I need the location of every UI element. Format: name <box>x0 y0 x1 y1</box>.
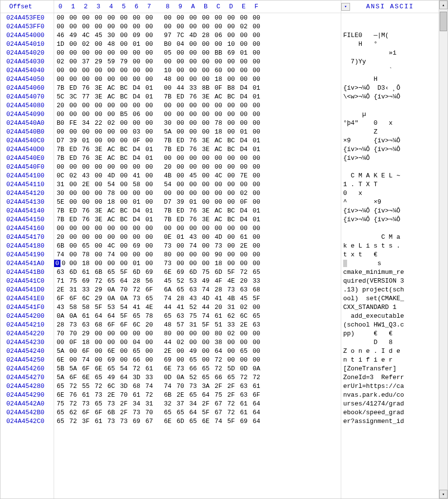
hex-byte[interactable]: 5A <box>54 347 67 355</box>
hex-byte[interactable]: 00 <box>130 190 143 197</box>
hex-byte[interactable]: 29 <box>92 58 105 65</box>
hex-byte[interactable]: 01 <box>143 146 156 153</box>
hex-byte[interactable]: AC <box>105 146 117 153</box>
ascii-row[interactable]: er?assignment_id <box>341 418 439 425</box>
hex-byte[interactable]: 00 <box>199 111 212 118</box>
offset-value[interactable]: 024A454210 <box>0 321 54 328</box>
offset-value[interactable]: 024A454190 <box>0 251 54 258</box>
hex-byte[interactable]: 00 <box>225 356 237 364</box>
hex-byte[interactable]: 00 <box>54 339 67 346</box>
hex-byte[interactable]: 00 <box>199 58 212 65</box>
hex-byte[interactable]: 33 <box>79 286 92 293</box>
hex-byte[interactable]: 00 <box>130 119 143 127</box>
hex-byte[interactable]: 0 <box>54 260 60 267</box>
hex-byte[interactable]: 0E <box>161 233 174 241</box>
hex-byte[interactable]: 45 <box>92 32 105 39</box>
hex-byte[interactable]: 00 <box>174 111 187 118</box>
hex-byte[interactable]: 54 <box>117 365 130 372</box>
hex-byte[interactable]: 00 <box>187 119 199 127</box>
hex-byte[interactable]: 00 <box>92 339 105 346</box>
hex-byte[interactable]: 00 <box>79 233 92 241</box>
hex-byte[interactable]: 76 <box>187 207 199 214</box>
hex-byte[interactable]: 73 <box>212 242 225 250</box>
hex-byte[interactable]: 8B <box>199 84 212 92</box>
hex-byte[interactable]: 00 <box>161 58 174 65</box>
hex-byte[interactable]: 00 <box>105 225 117 232</box>
hex-byte[interactable]: 01 <box>250 146 263 153</box>
hex-row[interactable]: 636D616B655F6D696E696D756D5F7265 <box>54 269 341 276</box>
hex-byte[interactable]: 69 <box>237 418 250 425</box>
hex-byte[interactable]: 00 <box>187 67 199 74</box>
ascii-row[interactable]: nvas.park.edu/co <box>341 391 439 399</box>
hex-byte[interactable]: 00 <box>250 198 263 206</box>
hex-byte[interactable]: 2E <box>54 286 67 293</box>
hex-byte[interactable]: 5F <box>199 321 212 328</box>
hex-byte[interactable]: 00 <box>54 23 67 30</box>
hex-byte[interactable]: 00 <box>161 84 174 92</box>
hex-byte[interactable]: 00 <box>92 242 105 250</box>
hex-row[interactable]: 287363686F6F6C204857315F51332E63 <box>54 321 341 328</box>
hex-byte[interactable]: 00 <box>130 251 143 258</box>
hex-byte[interactable]: 6E <box>105 347 117 355</box>
hex-byte[interactable]: 00 <box>212 102 225 109</box>
hex-byte[interactable]: 00 <box>67 242 79 250</box>
hex-byte[interactable]: D7 <box>161 198 174 206</box>
hex-byte[interactable]: 00 <box>199 49 212 57</box>
hex-byte[interactable]: 00 <box>117 330 130 337</box>
offset-value[interactable]: 024A454100 <box>0 172 54 179</box>
hex-row[interactable]: 5C3C773EACBCD4017BED763EACBCD401 <box>54 93 341 100</box>
hex-byte[interactable]: 72 <box>130 286 143 293</box>
hex-byte[interactable]: 00 <box>79 163 92 171</box>
hex-byte[interactable]: 52 <box>187 304 199 311</box>
hex-byte[interactable]: 00 <box>250 154 263 162</box>
hex-byte[interactable]: 00 <box>187 23 199 30</box>
hex-byte[interactable]: 29 <box>92 286 105 293</box>
hex-byte[interactable]: 7C <box>174 32 187 39</box>
hex-row[interactable]: 65626F6F6B2F73706565645F67726164 <box>54 409 341 416</box>
hex-row[interactable]: 7BED763EACBCD4017BED763EACBCD401 <box>54 216 341 223</box>
hex-byte[interactable]: 00 <box>187 330 199 337</box>
hex-byte[interactable]: 6F <box>79 347 92 355</box>
hex-byte[interactable]: 00 <box>225 163 237 171</box>
hex-byte[interactable]: 77 <box>79 93 92 100</box>
hex-byte[interactable]: 0A <box>54 312 67 320</box>
hex-byte[interactable]: D4 <box>237 137 250 144</box>
hex-byte[interactable]: 65 <box>199 374 212 381</box>
hex-byte[interactable]: 20 <box>237 277 250 285</box>
ascii-row[interactable]: C M a <box>341 233 439 241</box>
hex-byte[interactable]: 65 <box>54 418 67 425</box>
hex-byte[interactable]: 00 <box>161 111 174 118</box>
hex-byte[interactable]: AC <box>212 146 225 153</box>
ascii-row[interactable]: {ív>¬¼Ô {ív>¬¼Ô <box>341 146 439 153</box>
hex-byte[interactable]: 00 <box>79 102 92 109</box>
offset-value[interactable]: 024A454110 <box>0 181 54 188</box>
hex-byte[interactable]: 7B <box>161 93 174 100</box>
hex-byte[interactable]: 2E <box>237 321 250 328</box>
hex-byte[interactable]: 6D <box>187 269 199 276</box>
hex-byte[interactable]: 2F <box>225 383 237 390</box>
hex-byte[interactable]: 64 <box>117 277 130 285</box>
hex-byte[interactable]: 3C <box>67 93 79 100</box>
hex-byte[interactable]: 00 <box>187 225 199 232</box>
hex-byte[interactable]: 76 <box>79 146 92 153</box>
hex-byte[interactable]: 00 <box>105 23 117 30</box>
hex-byte[interactable]: 39 <box>67 137 79 144</box>
hex-byte[interactable]: 74 <box>79 356 92 364</box>
hex-byte[interactable]: 00 <box>92 260 105 267</box>
hex-byte[interactable]: 00 <box>237 163 250 171</box>
hex-byte[interactable]: 65 <box>54 409 67 416</box>
ascii-row[interactable]: 0 x <box>341 190 439 197</box>
hex-byte[interactable]: 00 <box>250 40 263 48</box>
ascii-row[interactable]: ebook/speed_grad <box>341 409 439 416</box>
hex-byte[interactable]: 66 <box>187 365 199 372</box>
hex-byte[interactable]: 3E <box>92 207 105 214</box>
hex-byte[interactable]: 00 <box>225 58 237 65</box>
hex-byte[interactable]: 4D <box>105 172 117 179</box>
hex-byte[interactable]: 65 <box>161 409 174 416</box>
hex-byte[interactable]: 00 <box>237 225 250 232</box>
hex-byte[interactable]: 7B <box>161 207 174 214</box>
offset-header[interactable]: Offset <box>0 0 54 13</box>
hex-byte[interactable]: 00 <box>67 190 79 197</box>
hex-byte[interactable]: 01 <box>143 216 156 223</box>
hex-byte[interactable]: 00 <box>105 49 117 57</box>
